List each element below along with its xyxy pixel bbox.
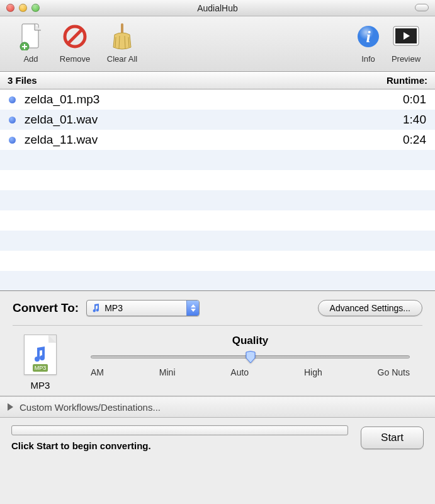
add-label: Add [23, 54, 38, 64]
info-button[interactable]: i Info [351, 20, 386, 64]
progress-bar [11, 425, 348, 435]
add-button[interactable]: Add [9, 20, 53, 64]
clear-all-label: Clear All [107, 54, 137, 64]
popup-arrows-icon [186, 301, 199, 316]
format-name-label: MP3 [31, 380, 50, 391]
clear-all-button[interactable]: Clear All [97, 20, 147, 64]
zoom-window-button[interactable] [31, 4, 40, 12]
list-header: 3 Files Runtime: [0, 72, 435, 89]
quality-tick-label: Mini [159, 367, 176, 377]
quality-tick-label: AM [91, 367, 104, 377]
toolbar-toggle-button[interactable] [415, 4, 429, 11]
quality-label: Quality [91, 335, 410, 347]
list-item[interactable]: zelda_01.mp30:01 [0, 89, 435, 110]
start-button-label: Start [381, 432, 404, 444]
info-icon: i [354, 23, 382, 50]
file-count-label: 3 Files [8, 75, 37, 86]
advanced-settings-label: Advanced Settings... [330, 303, 410, 313]
minimize-window-button[interactable] [19, 4, 27, 12]
file-list: zelda_01.mp30:01zelda_01.wav1:40zelda_11… [0, 89, 435, 291]
disclosure-triangle-icon [8, 403, 13, 411]
info-label: Info [361, 54, 375, 64]
music-note-icon [91, 303, 101, 313]
list-item [0, 251, 435, 271]
quality-tick-label: Auto [230, 367, 249, 377]
remove-icon [61, 23, 89, 50]
file-duration: 0:01 [403, 93, 426, 106]
remove-button[interactable]: Remove [53, 20, 97, 64]
title-bar: AudialHub [0, 0, 435, 16]
advanced-settings-button[interactable]: Advanced Settings... [318, 300, 422, 316]
convert-to-label: Convert To: [13, 301, 79, 315]
list-item[interactable]: zelda_11.wav0:24 [0, 130, 435, 150]
list-item [0, 170, 435, 190]
toolbar: Add Remove Clear All [0, 16, 435, 72]
slider-thumb-icon [245, 351, 256, 364]
status-dot-icon [9, 96, 16, 103]
file-duration: 0:24 [403, 133, 426, 147]
format-selected-text: MP3 [105, 303, 123, 313]
list-item [0, 190, 435, 210]
file-name: zelda_01.mp3 [25, 93, 403, 106]
svg-text:i: i [366, 28, 371, 46]
custom-workflows-disclosure[interactable]: Custom Workflows/Destinations... [0, 396, 435, 418]
broom-icon [108, 23, 136, 50]
format-popup[interactable]: MP3 [86, 300, 200, 316]
app-window: AudialHub Add Remove [0, 0, 435, 504]
settings-panel: Convert To: MP3 Advanced Settings... MP3… [0, 291, 435, 396]
quality-tick-label: Go Nuts [378, 367, 410, 377]
start-button[interactable]: Start [361, 427, 424, 449]
window-title: AudialHub [0, 3, 435, 13]
remove-label: Remove [60, 54, 90, 64]
list-item [0, 271, 435, 291]
file-duration: 1:40 [403, 113, 426, 127]
file-name: zelda_01.wav [25, 113, 403, 127]
file-name: zelda_11.wav [25, 133, 403, 147]
disclosure-label: Custom Workflows/Destinations... [20, 402, 161, 413]
quality-tick-label: High [304, 367, 322, 377]
status-text: Click Start to begin converting. [11, 440, 348, 451]
quality-slider[interactable] [91, 350, 410, 364]
list-item [0, 210, 435, 231]
format-tag: MP3 [33, 364, 48, 372]
preview-button[interactable]: Preview [386, 20, 426, 64]
close-window-button[interactable] [6, 4, 14, 12]
preview-label: Preview [392, 54, 421, 64]
document-add-icon [17, 23, 45, 50]
status-dot-icon [9, 117, 16, 123]
status-dot-icon [9, 137, 16, 144]
list-item [0, 231, 435, 251]
format-file-icon: MP3 [24, 335, 57, 375]
runtime-header-label: Runtime: [387, 75, 427, 86]
list-item[interactable]: zelda_01.wav1:40 [0, 110, 435, 130]
footer: Click Start to begin converting. Start [0, 418, 435, 458]
svg-line-3 [68, 30, 82, 43]
format-preview: MP3 MP3 [15, 335, 65, 391]
list-item [0, 150, 435, 170]
preview-icon [392, 23, 420, 50]
